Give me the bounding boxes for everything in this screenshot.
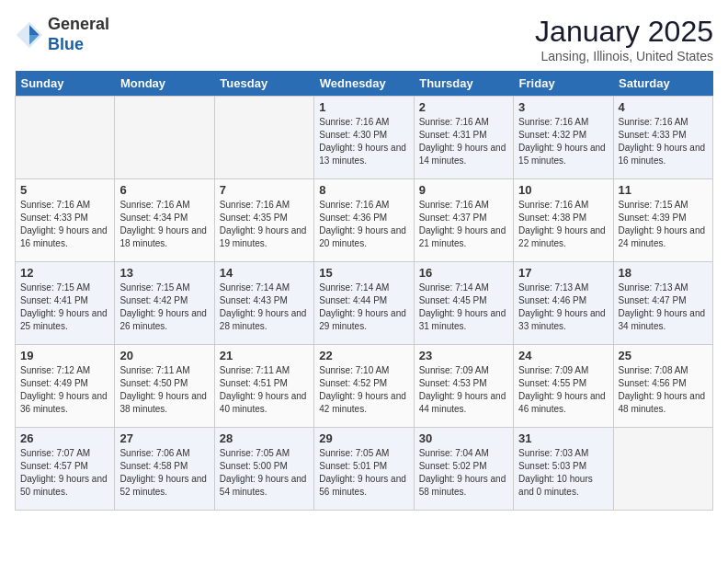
sunrise-text: Sunrise: 7:14 AM xyxy=(319,282,408,294)
calendar-week-row: 5Sunrise: 7:16 AMSunset: 4:33 PMDaylight… xyxy=(16,179,713,262)
calendar-week-row: 1Sunrise: 7:16 AMSunset: 4:30 PMDaylight… xyxy=(16,97,713,179)
calendar-cell: 25Sunrise: 7:08 AMSunset: 4:56 PMDayligh… xyxy=(613,345,712,428)
sunset-text: Sunset: 4:37 PM xyxy=(419,212,508,224)
day-detail: Sunrise: 7:10 AMSunset: 4:52 PMDaylight:… xyxy=(319,364,408,416)
day-number: 7 xyxy=(220,183,309,197)
daylight-text: Daylight: 9 hours and 42 minutes. xyxy=(319,390,408,416)
day-detail: Sunrise: 7:15 AMSunset: 4:41 PMDaylight:… xyxy=(20,282,109,333)
sunrise-text: Sunrise: 7:16 AM xyxy=(319,199,408,212)
sunset-text: Sunset: 4:41 PM xyxy=(20,294,109,307)
daylight-text: Daylight: 9 hours and 22 minutes. xyxy=(518,224,608,250)
sunrise-text: Sunrise: 7:07 AM xyxy=(20,447,109,460)
day-number: 5 xyxy=(20,183,109,197)
sunrise-text: Sunrise: 7:05 AM xyxy=(319,447,408,460)
weekday-header-thursday: Thursday xyxy=(414,71,513,97)
calendar-cell: 13Sunrise: 7:15 AMSunset: 4:42 PMDayligh… xyxy=(115,262,214,345)
day-detail: Sunrise: 7:16 AMSunset: 4:33 PMDaylight:… xyxy=(619,116,708,167)
sunset-text: Sunset: 5:01 PM xyxy=(319,460,408,473)
logo: General Blue xyxy=(15,15,109,54)
sunrise-text: Sunrise: 7:16 AM xyxy=(619,116,708,129)
day-number: 4 xyxy=(619,100,708,114)
calendar-cell: 23Sunrise: 7:09 AMSunset: 4:53 PMDayligh… xyxy=(414,345,513,428)
sunset-text: Sunset: 4:51 PM xyxy=(220,377,309,390)
sunset-text: Sunset: 5:03 PM xyxy=(518,460,608,473)
day-detail: Sunrise: 7:15 AMSunset: 4:42 PMDaylight:… xyxy=(119,282,209,333)
day-detail: Sunrise: 7:03 AMSunset: 5:03 PMDaylight:… xyxy=(518,447,608,499)
calendar-cell xyxy=(115,97,214,179)
sunset-text: Sunset: 4:30 PM xyxy=(319,129,408,142)
day-number: 27 xyxy=(119,431,209,445)
sunset-text: Sunset: 4:57 PM xyxy=(20,460,109,473)
day-number: 25 xyxy=(619,349,708,362)
day-detail: Sunrise: 7:13 AMSunset: 4:46 PMDaylight:… xyxy=(518,282,608,333)
daylight-text: Daylight: 9 hours and 20 minutes. xyxy=(319,224,408,250)
calendar-cell: 14Sunrise: 7:14 AMSunset: 4:43 PMDayligh… xyxy=(214,262,313,345)
sunrise-text: Sunrise: 7:14 AM xyxy=(220,282,309,294)
daylight-text: Daylight: 9 hours and 50 minutes. xyxy=(20,473,109,499)
calendar-cell: 4Sunrise: 7:16 AMSunset: 4:33 PMDaylight… xyxy=(613,97,712,179)
sunrise-text: Sunrise: 7:03 AM xyxy=(518,447,608,460)
sunset-text: Sunset: 4:45 PM xyxy=(419,294,508,307)
day-number: 12 xyxy=(20,266,109,280)
day-number: 23 xyxy=(419,349,508,362)
daylight-text: Daylight: 9 hours and 48 minutes. xyxy=(619,390,708,416)
sunrise-text: Sunrise: 7:16 AM xyxy=(518,199,608,212)
day-detail: Sunrise: 7:16 AMSunset: 4:37 PMDaylight:… xyxy=(419,199,508,250)
day-number: 13 xyxy=(119,266,209,280)
day-number: 2 xyxy=(419,100,508,114)
day-number: 29 xyxy=(319,431,408,445)
sunrise-text: Sunrise: 7:16 AM xyxy=(119,199,209,212)
sunrise-text: Sunrise: 7:16 AM xyxy=(419,199,508,212)
day-number: 9 xyxy=(419,183,508,197)
title-block: January 2025 Lansing, Illinois, United S… xyxy=(535,15,713,63)
sunrise-text: Sunrise: 7:15 AM xyxy=(20,282,109,294)
daylight-text: Daylight: 9 hours and 40 minutes. xyxy=(220,390,309,416)
sunset-text: Sunset: 4:53 PM xyxy=(419,377,508,390)
weekday-header-friday: Friday xyxy=(514,71,613,97)
calendar-cell xyxy=(16,97,115,179)
sunrise-text: Sunrise: 7:09 AM xyxy=(518,364,608,377)
daylight-text: Daylight: 9 hours and 44 minutes. xyxy=(419,390,508,416)
sunrise-text: Sunrise: 7:16 AM xyxy=(319,116,408,129)
daylight-text: Daylight: 9 hours and 16 minutes. xyxy=(619,142,708,167)
daylight-text: Daylight: 10 hours and 0 minutes. xyxy=(518,473,608,499)
daylight-text: Daylight: 9 hours and 14 minutes. xyxy=(419,142,508,167)
calendar-cell: 6Sunrise: 7:16 AMSunset: 4:34 PMDaylight… xyxy=(115,179,214,262)
calendar-cell: 2Sunrise: 7:16 AMSunset: 4:31 PMDaylight… xyxy=(414,97,513,179)
sunrise-text: Sunrise: 7:05 AM xyxy=(220,447,309,460)
daylight-text: Daylight: 9 hours and 54 minutes. xyxy=(220,473,309,499)
sunset-text: Sunset: 4:33 PM xyxy=(619,129,708,142)
svg-marker-2 xyxy=(29,35,40,45)
calendar-week-row: 12Sunrise: 7:15 AMSunset: 4:41 PMDayligh… xyxy=(16,262,713,345)
sunset-text: Sunset: 4:56 PM xyxy=(619,377,708,390)
sunrise-text: Sunrise: 7:10 AM xyxy=(319,364,408,377)
sunrise-text: Sunrise: 7:11 AM xyxy=(220,364,309,377)
sunrise-text: Sunrise: 7:16 AM xyxy=(419,116,508,129)
calendar-week-row: 26Sunrise: 7:07 AMSunset: 4:57 PMDayligh… xyxy=(16,428,713,511)
sunset-text: Sunset: 4:36 PM xyxy=(319,212,408,224)
sunrise-text: Sunrise: 7:08 AM xyxy=(619,364,708,377)
day-number: 17 xyxy=(518,266,608,280)
calendar-cell: 11Sunrise: 7:15 AMSunset: 4:39 PMDayligh… xyxy=(613,179,712,262)
day-detail: Sunrise: 7:14 AMSunset: 4:43 PMDaylight:… xyxy=(220,282,309,333)
day-number: 18 xyxy=(619,266,708,280)
day-number: 19 xyxy=(20,349,109,362)
sunrise-text: Sunrise: 7:13 AM xyxy=(619,282,708,294)
calendar-cell: 24Sunrise: 7:09 AMSunset: 4:55 PMDayligh… xyxy=(514,345,613,428)
daylight-text: Daylight: 9 hours and 21 minutes. xyxy=(419,224,508,250)
sunrise-text: Sunrise: 7:12 AM xyxy=(20,364,109,377)
daylight-text: Daylight: 9 hours and 28 minutes. xyxy=(220,307,309,333)
logo-general-text: General xyxy=(48,15,109,33)
day-number: 20 xyxy=(119,349,209,362)
calendar-cell: 3Sunrise: 7:16 AMSunset: 4:32 PMDaylight… xyxy=(514,97,613,179)
day-number: 28 xyxy=(220,431,309,445)
daylight-text: Daylight: 9 hours and 38 minutes. xyxy=(119,390,209,416)
sunrise-text: Sunrise: 7:09 AM xyxy=(419,364,508,377)
sunset-text: Sunset: 4:35 PM xyxy=(220,212,309,224)
page-header: General Blue January 2025 Lansing, Illin… xyxy=(15,15,713,63)
calendar-table: SundayMondayTuesdayWednesdayThursdayFrid… xyxy=(15,71,713,511)
calendar-cell: 26Sunrise: 7:07 AMSunset: 4:57 PMDayligh… xyxy=(16,428,115,511)
daylight-text: Daylight: 9 hours and 33 minutes. xyxy=(518,307,608,333)
daylight-text: Daylight: 9 hours and 52 minutes. xyxy=(119,473,209,499)
sunrise-text: Sunrise: 7:16 AM xyxy=(20,199,109,212)
